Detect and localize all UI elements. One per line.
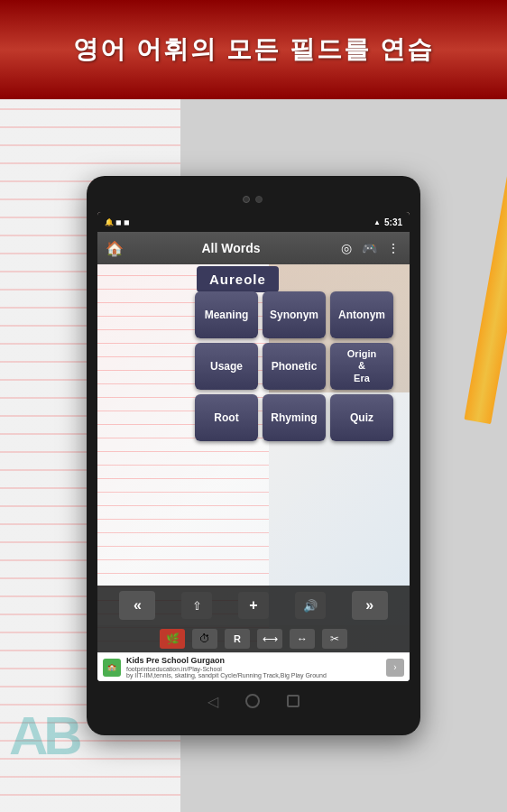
grid-row-2: Usage Phonetic Origin&Era <box>195 343 402 390</box>
share-button[interactable]: ⇧ <box>181 592 212 619</box>
mini-icon-plant[interactable]: 🌿 <box>160 629 185 649</box>
ad-arrow[interactable]: › <box>386 659 404 677</box>
app-title: All Words <box>201 241 260 255</box>
grid-buttons-area: Meaning Synonym Antonym Usage Phonetic O… <box>195 291 402 446</box>
ad-banner[interactable]: 🏫 Kids Pre School Gurgaon footprintseduc… <box>97 652 410 681</box>
mini-icon-timer[interactable]: ⏱ <box>192 629 217 649</box>
bg-letters-decoration: AB <box>9 705 78 767</box>
home-nav-button[interactable] <box>245 694 260 708</box>
background-area: AB 🔔 ◼ ◼ ▲ 5:31 <box>0 99 507 812</box>
origin-era-button[interactable]: Origin&Era <box>330 343 393 390</box>
tablet-screen: 🔔 ◼ ◼ ▲ 5:31 🏠 All Words ◎ 🎮 ⋮ Aureole <box>97 212 410 681</box>
app-titlebar[interactable]: 🏠 All Words ◎ 🎮 ⋮ <box>97 232 410 264</box>
notification-icons: 🔔 ◼ ◼ <box>105 218 130 226</box>
recent-nav-button[interactable] <box>287 695 300 707</box>
grid-row-3: Root Rhyming Quiz <box>195 394 402 441</box>
status-time: 5:31 <box>384 217 402 227</box>
more-options-icon[interactable]: ⋮ <box>384 239 402 257</box>
banner-text: 영어 어휘의 모든 필드를 연습 <box>73 32 433 67</box>
ad-description: by IIT-IIM,tennis, skating, sandpit Cycl… <box>126 672 381 678</box>
back-nav-button[interactable]: ◁ <box>207 693 218 710</box>
gamepad-icon[interactable]: 🎮 <box>361 239 379 257</box>
ad-title: Kids Pre School Gurgaon <box>126 656 381 666</box>
phonetic-button[interactable]: Phonetic <box>263 343 326 390</box>
titlebar-right-icons: ◎ 🎮 ⋮ <box>337 239 402 257</box>
mini-icon-cut[interactable]: ✂ <box>322 629 347 649</box>
mini-icon-r[interactable]: R <box>225 629 250 649</box>
usage-button[interactable]: Usage <box>195 343 258 390</box>
mini-icon-arrows1[interactable]: ⟷ <box>257 629 282 649</box>
antonym-button[interactable]: Antonym <box>330 291 393 338</box>
next-button[interactable]: » <box>352 591 388 620</box>
wifi-signal: ▲ <box>373 218 381 226</box>
top-banner: 영어 어휘의 모든 필드를 연습 <box>0 0 507 99</box>
ad-url: footprintseducation.in/Play-School <box>126 666 381 672</box>
mini-icon-arrows2[interactable]: ↔ <box>290 629 315 649</box>
synonym-button[interactable]: Synonym <box>263 291 326 338</box>
word-display: Aureole <box>197 266 279 292</box>
rhyming-button[interactable]: Rhyming <box>263 394 326 441</box>
add-button[interactable]: + <box>238 592 269 619</box>
prev-button[interactable]: « <box>119 591 155 620</box>
meaning-button[interactable]: Meaning <box>195 291 258 338</box>
home-icon[interactable]: 🏠 <box>105 238 124 258</box>
ad-icon: 🏫 <box>103 659 121 677</box>
tablet-camera-right <box>255 196 263 203</box>
tablet-device: 🔔 ◼ ◼ ▲ 5:31 🏠 All Words ◎ 🎮 ⋮ Aureole <box>87 176 420 735</box>
tablet-top-bar <box>97 187 410 212</box>
quiz-button[interactable]: Quiz <box>330 394 393 441</box>
tablet-camera-left <box>243 196 250 203</box>
tablet-bottom-nav: ◁ <box>97 681 410 721</box>
sound-button[interactable]: 🔊 <box>295 592 326 619</box>
grid-row-1: Meaning Synonym Antonym <box>195 291 402 338</box>
mini-icon-bar: 🌿 ⏱ R ⟷ ↔ ✂ <box>97 625 410 652</box>
pencil-decoration <box>464 135 507 424</box>
ad-text-block: Kids Pre School Gurgaon footprintseducat… <box>126 656 381 678</box>
status-right-area: ▲ 5:31 <box>373 217 402 227</box>
target-icon[interactable]: ◎ <box>337 239 355 257</box>
status-bar: 🔔 ◼ ◼ ▲ 5:31 <box>97 212 410 232</box>
root-button[interactable]: Root <box>195 394 258 441</box>
bottom-action-bar: « ⇧ + 🔊 » <box>97 586 410 625</box>
status-left-icons: 🔔 ◼ ◼ <box>105 218 130 226</box>
